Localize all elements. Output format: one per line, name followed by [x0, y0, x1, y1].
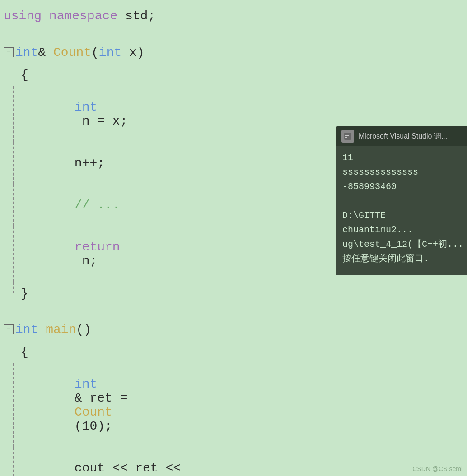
- code-line-npp: n++;: [0, 142, 343, 184]
- keyword-int-main: int: [15, 323, 38, 337]
- terminal-line-4: [342, 194, 461, 208]
- svg-rect-1: [345, 135, 349, 136]
- terminal-line-1: 11: [342, 151, 461, 165]
- code-line-count-sig: − int & Count ( int x): [0, 41, 343, 64]
- param-x: x): [121, 46, 144, 60]
- svg-rect-2: [345, 137, 347, 138]
- code-editor: using namespace std; − int & Count ( int…: [0, 0, 343, 476]
- namespace-std: std;: [125, 9, 155, 23]
- code-line-int-n: int n = x;: [0, 86, 343, 142]
- terminal-content: 11 ssssssssssssss -858993460 D:\GITTE ch…: [336, 146, 467, 271]
- keyword-using: using: [4, 9, 42, 23]
- code-line-close-brace-count: }: [0, 282, 343, 305]
- collapse-button-count[interactable]: −: [4, 47, 14, 57]
- terminal-line-7: 按任意键关闭此窗口.: [342, 252, 461, 266]
- terminal-icon: [341, 130, 354, 143]
- code-line-comment: // ...: [0, 184, 343, 226]
- keyword-int-ret: int: [15, 46, 38, 60]
- code-line-open-brace-main: {: [0, 341, 343, 363]
- terminal-line-6: ug\test_4_12(【C++初...: [342, 237, 461, 252]
- terminal-line-3: -858993460: [342, 180, 461, 194]
- terminal-panel: Microsoft Visual Studio 调... 11 ssssssss…: [336, 126, 467, 275]
- keyword-namespace: namespace: [49, 9, 117, 23]
- func-count: Count: [53, 46, 91, 60]
- code-line-open-brace-count: {: [0, 64, 343, 86]
- code-line-main-sig: − int main (): [0, 318, 343, 341]
- code-line-return-n: return n;: [0, 226, 343, 282]
- terminal-line-5: D:\GITTE chuantimu2...: [342, 208, 461, 237]
- keyword-int-param: int: [99, 46, 121, 60]
- func-main: main: [46, 323, 76, 337]
- code-line-using: using namespace std;: [0, 5, 343, 32]
- collapse-button-main[interactable]: −: [4, 324, 14, 334]
- code-line-cout1: cout << ret << endl ;: [0, 447, 343, 476]
- watermark: CSDN @CS semi: [412, 465, 462, 472]
- terminal-line-2: ssssssssssssss: [342, 165, 461, 180]
- code-line-ret: int & ret = Count (10);: [0, 363, 343, 447]
- terminal-titlebar: Microsoft Visual Studio 调...: [336, 126, 467, 146]
- terminal-title: Microsoft Visual Studio 调...: [359, 132, 447, 141]
